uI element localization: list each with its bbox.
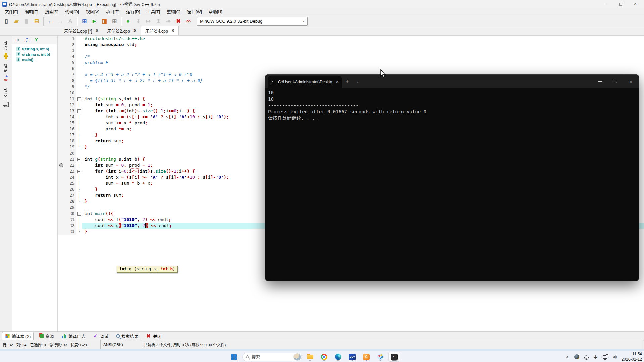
compiler-profile-select[interactable]: MinGW GCC 9.2.0 32-bit Debug▾ <box>197 17 308 26</box>
editor-tab-1[interactable]: 未命名1.cpp [*]✕ <box>60 26 103 35</box>
panel-tab-compile-log[interactable]: 编译日志 <box>59 332 88 340</box>
breakpoint-gutter[interactable] <box>58 204 65 210</box>
class-browser-filter-button[interactable]: Y <box>33 37 40 43</box>
fold-gutter[interactable] <box>76 66 82 72</box>
breakpoint-gutter[interactable] <box>58 217 65 223</box>
fold-gutter[interactable]: ├ <box>76 186 82 192</box>
fold-gutter[interactable]: └ <box>76 229 82 235</box>
tray-chevron-up-icon[interactable]: ∧ <box>565 355 570 359</box>
fold-gutter[interactable]: │ <box>76 180 82 186</box>
breakpoint-gutter[interactable] <box>58 60 65 66</box>
network-icon[interactable] <box>603 355 607 359</box>
code-line-2[interactable]: 2using namespace std; <box>58 42 644 48</box>
close-button[interactable]: × <box>633 2 638 6</box>
menu-item-文件[interactable]: 文件[F] <box>1 8 21 15</box>
function-list-item[interactable]: ff(string s, int b) <box>13 46 57 51</box>
fold-gutter[interactable] <box>76 48 82 54</box>
volume-icon[interactable]: ◄)) <box>612 355 617 359</box>
terminal-tab-dropdown-button[interactable]: ⌄ <box>353 80 362 83</box>
taskbar-search[interactable]: 搜索 <box>242 353 302 361</box>
save-all-button[interactable]: ⊟ <box>32 16 42 26</box>
fold-collapse-icon[interactable]: – <box>77 170 81 173</box>
fold-gutter[interactable]: │ <box>76 126 82 132</box>
minimize-button[interactable] <box>603 2 608 6</box>
fold-gutter[interactable]: │ <box>76 138 82 144</box>
side-strip-文件[interactable]: 文件 <box>3 87 9 107</box>
breakpoint-gutter[interactable] <box>58 102 65 108</box>
terminal-tab[interactable]: C:\Users\Administrator\Deskto ✕ <box>268 76 342 88</box>
breakpoint-gutter[interactable] <box>58 144 65 150</box>
open-file-button[interactable]: ▰ <box>11 16 21 26</box>
start-button[interactable] <box>228 352 240 362</box>
fold-gutter[interactable] <box>76 90 82 96</box>
breakpoint-gutter[interactable] <box>58 162 65 168</box>
breakpoint-gutter[interactable] <box>58 180 65 186</box>
breakpoint-gutter[interactable] <box>58 229 65 235</box>
breakpoint-gutter[interactable] <box>58 114 65 120</box>
fold-gutter[interactable]: – <box>76 210 82 217</box>
fold-gutter[interactable] <box>76 54 82 60</box>
breakpoint-icon[interactable] <box>59 163 63 167</box>
taskbar-app-terminal[interactable]: >_ <box>388 352 400 362</box>
breakpoint-gutter[interactable] <box>58 198 65 204</box>
side-strip-监视[interactable]: 监视∞ <box>3 64 9 84</box>
editor-tab-3[interactable]: 未命名4.cpp✕ <box>141 26 179 35</box>
panel-tab-resources[interactable]: 资源 <box>36 332 57 340</box>
restore-button[interactable] <box>618 2 623 6</box>
menu-item-项目[interactable]: 项目[P] <box>103 8 123 15</box>
fold-gutter[interactable]: │ <box>76 223 82 229</box>
menu-item-搜索[interactable]: 搜索[S] <box>42 8 62 15</box>
fold-gutter[interactable]: └ <box>76 144 82 150</box>
breakpoint-gutter[interactable] <box>58 48 65 54</box>
menu-item-代码[interactable]: 代码[O] <box>62 8 83 15</box>
fold-collapse-icon[interactable]: – <box>77 212 81 216</box>
run-button[interactable]: ► <box>89 16 99 26</box>
fold-collapse-icon[interactable]: – <box>77 97 81 101</box>
side-strip-结构[interactable]: 结构╋╋ <box>3 40 9 60</box>
tray-app-icon[interactable] <box>574 354 579 359</box>
breakpoint-gutter[interactable] <box>58 84 65 90</box>
panel-tab-close-red[interactable]: ✖关闭 <box>143 332 164 340</box>
menu-item-帮助[interactable]: 帮助[H] <box>205 8 226 15</box>
fold-gutter[interactable]: │ <box>76 120 82 126</box>
ime-indicator[interactable]: 中 <box>593 354 598 360</box>
fold-gutter[interactable] <box>76 84 82 90</box>
tab-close-icon[interactable]: ✕ <box>133 28 137 33</box>
terminal-window[interactable]: C:\Users\Administrator\Deskto ✕ + ⌄ × 10… <box>265 74 639 281</box>
terminal-close-button[interactable]: × <box>623 75 639 88</box>
fold-gutter[interactable]: │ <box>76 174 82 180</box>
menu-item-重构[interactable]: 重构[C] <box>163 8 184 15</box>
menu-item-运行[interactable]: 运行[R] <box>123 8 143 15</box>
fold-collapse-icon[interactable]: – <box>77 109 81 113</box>
debug-button[interactable]: ● <box>123 16 133 26</box>
fold-gutter[interactable] <box>76 78 82 84</box>
fold-gutter[interactable]: ├ <box>76 132 82 138</box>
terminal-new-tab-button[interactable]: + <box>342 78 353 84</box>
function-list-item[interactable]: fg(string s, int b) <box>13 52 57 57</box>
stop-execution-button[interactable]: ✖ <box>173 16 183 26</box>
editor-tab-2[interactable]: 未命名2.cpp✕ <box>103 26 141 35</box>
breakpoint-gutter[interactable] <box>58 78 65 84</box>
code-line-3[interactable]: 3 <box>58 48 644 54</box>
menu-item-视图[interactable]: 视图[V] <box>83 8 103 15</box>
microphone-icon[interactable] <box>584 355 589 359</box>
fold-gutter[interactable]: │ <box>76 102 82 108</box>
breakpoint-gutter[interactable] <box>58 120 65 126</box>
panel-tab-compiler[interactable]: 编译器 (2) <box>2 332 34 340</box>
fold-collapse-icon[interactable]: – <box>77 158 81 161</box>
fold-gutter[interactable] <box>76 150 82 156</box>
compile-and-run-button[interactable]: ◨ <box>99 16 109 26</box>
breakpoint-gutter[interactable] <box>58 66 65 72</box>
taskbar-clock[interactable]: 11:54 2026-02-12 <box>622 352 642 362</box>
menu-item-窗口[interactable]: 窗口[W] <box>184 8 205 15</box>
tab-close-icon[interactable]: ✕ <box>95 28 98 33</box>
fold-gutter[interactable]: │ <box>76 162 82 168</box>
compile-button[interactable]: ⊞ <box>79 16 89 26</box>
fold-gutter[interactable]: └ <box>76 198 82 204</box>
function-list-item[interactable]: fmain() <box>13 57 57 62</box>
breakpoint-gutter[interactable] <box>58 54 65 60</box>
new-file-button[interactable]: ▯ <box>1 16 11 26</box>
terminal-minimize-button[interactable] <box>592 75 608 88</box>
breakpoint-gutter[interactable] <box>58 108 65 114</box>
sort-by-position-button[interactable]: ↓∷ <box>13 37 21 43</box>
